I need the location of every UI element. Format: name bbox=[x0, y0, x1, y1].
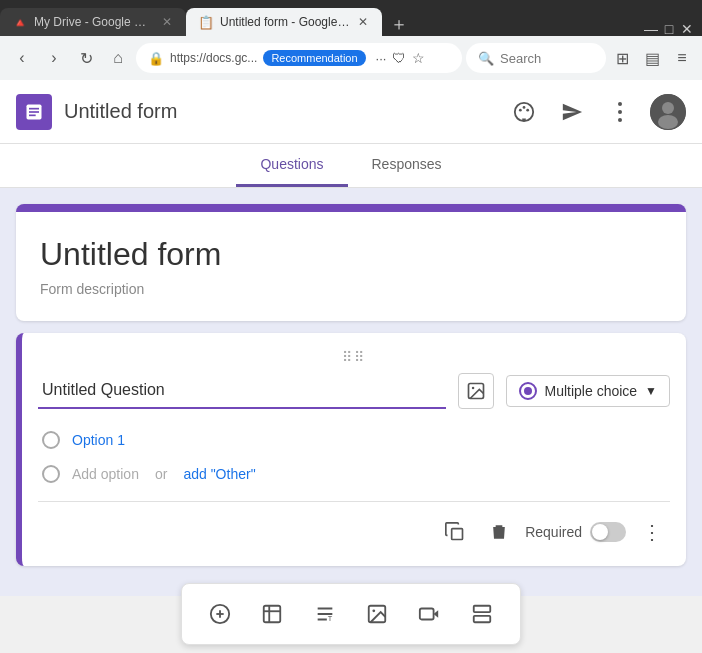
add-option-button[interactable]: Add option bbox=[72, 466, 139, 482]
tab-responses[interactable]: Responses bbox=[348, 144, 466, 187]
import-questions-button[interactable] bbox=[254, 596, 290, 632]
svg-point-5 bbox=[519, 108, 522, 111]
more-options-icon[interactable]: ≡ bbox=[670, 46, 694, 70]
star-icon[interactable]: ☆ bbox=[412, 50, 425, 66]
question-divider bbox=[38, 501, 670, 502]
minimize-button[interactable]: — bbox=[644, 22, 658, 36]
user-avatar[interactable] bbox=[650, 94, 686, 130]
svg-rect-1 bbox=[29, 107, 39, 109]
svg-point-8 bbox=[618, 102, 622, 106]
browser-toolbar-icons: ⊞ ▤ ≡ bbox=[610, 46, 694, 70]
palette-icon[interactable] bbox=[506, 94, 542, 130]
window-controls: — □ ✕ bbox=[636, 22, 702, 36]
svg-point-6 bbox=[523, 106, 526, 109]
add-question-button[interactable] bbox=[202, 596, 238, 632]
question-type-label: Multiple choice bbox=[545, 383, 638, 399]
required-label: Required bbox=[525, 524, 582, 540]
or-text: or bbox=[155, 466, 167, 482]
duplicate-question-button[interactable] bbox=[437, 514, 473, 550]
more-options-button[interactable]: ⋮ bbox=[634, 514, 670, 550]
tab-questions[interactable]: Questions bbox=[236, 144, 347, 187]
question-card: ⠿⠿ Multiple choice ▼ Option 1 A bbox=[16, 333, 686, 566]
multiple-choice-indicator bbox=[519, 382, 537, 400]
add-section-button[interactable] bbox=[464, 596, 500, 632]
new-tab-button[interactable]: ＋ bbox=[382, 12, 416, 36]
bottom-toolbar-container: T bbox=[0, 588, 702, 596]
tab-forms[interactable]: 📋 Untitled form - Google Forms ✕ bbox=[186, 8, 382, 36]
svg-rect-28 bbox=[474, 606, 491, 612]
header-actions bbox=[506, 94, 686, 130]
tab-forms-close[interactable]: ✕ bbox=[356, 13, 370, 31]
required-toggle[interactable] bbox=[590, 522, 626, 542]
search-bar[interactable]: 🔍 Search bbox=[466, 43, 606, 73]
close-button[interactable]: ✕ bbox=[680, 22, 694, 36]
svg-rect-20 bbox=[264, 606, 281, 623]
svg-point-25 bbox=[373, 609, 376, 612]
form-title-card: Untitled form Form description bbox=[16, 204, 686, 321]
add-image-button[interactable] bbox=[359, 596, 395, 632]
bottom-toolbar: T bbox=[181, 583, 521, 645]
form-tabs: Questions Responses bbox=[0, 144, 702, 188]
question-actions: Required ⋮ bbox=[38, 514, 670, 550]
url-bar[interactable]: 🔒 https://docs.gc... Recommendation ··· … bbox=[136, 43, 462, 73]
add-other-button[interactable]: add "Other" bbox=[183, 466, 255, 482]
svg-point-15 bbox=[471, 387, 474, 390]
tab-drive-close[interactable]: ✕ bbox=[160, 13, 174, 31]
more-vert-icon[interactable] bbox=[602, 94, 638, 130]
option-1-label[interactable]: Option 1 bbox=[72, 432, 125, 448]
forms-logo-icon bbox=[24, 102, 44, 122]
app-logo bbox=[16, 94, 52, 130]
svg-rect-16 bbox=[452, 529, 463, 540]
url-text: https://docs.gc... bbox=[170, 51, 257, 65]
back-button[interactable]: ‹ bbox=[8, 44, 36, 72]
svg-text:T: T bbox=[328, 614, 333, 623]
drive-icon: 🔺 bbox=[12, 15, 28, 30]
address-bar: ‹ › ↻ ⌂ 🔒 https://docs.gc... Recommendat… bbox=[0, 36, 702, 80]
shield-icon: 🛡 bbox=[392, 50, 406, 66]
add-image-to-question-button[interactable] bbox=[458, 373, 494, 409]
add-option-row: Add option or add "Other" bbox=[38, 459, 670, 489]
svg-rect-3 bbox=[29, 114, 36, 116]
send-icon[interactable] bbox=[554, 94, 590, 130]
option-1-radio[interactable] bbox=[42, 431, 60, 449]
app-title: Untitled form bbox=[64, 100, 506, 123]
add-video-button[interactable] bbox=[411, 596, 447, 632]
question-row: Multiple choice ▼ bbox=[38, 373, 670, 409]
sidebar-icon[interactable]: ▤ bbox=[640, 46, 664, 70]
recommendation-badge: Recommendation bbox=[263, 50, 365, 66]
browser-chrome: 🔺 My Drive - Google Drive ✕ 📋 Untitled f… bbox=[0, 0, 702, 80]
option-1-row: Option 1 bbox=[38, 425, 670, 455]
search-placeholder: Search bbox=[500, 51, 541, 66]
svg-point-4 bbox=[515, 102, 533, 120]
app-header: Untitled form bbox=[0, 80, 702, 144]
svg-point-12 bbox=[662, 102, 674, 114]
form-description[interactable]: Form description bbox=[40, 281, 662, 297]
svg-point-7 bbox=[526, 108, 529, 111]
question-title-input[interactable] bbox=[38, 373, 446, 409]
dropdown-chevron-icon: ▼ bbox=[645, 384, 657, 398]
maximize-button[interactable]: □ bbox=[662, 22, 676, 36]
delete-question-button[interactable] bbox=[481, 514, 517, 550]
extensions-icon[interactable]: ⊞ bbox=[610, 46, 634, 70]
add-option-radio bbox=[42, 465, 60, 483]
tab-drive-label: My Drive - Google Drive bbox=[34, 15, 154, 29]
svg-rect-2 bbox=[29, 111, 39, 113]
svg-point-10 bbox=[618, 118, 622, 122]
svg-point-9 bbox=[618, 110, 622, 114]
form-title[interactable]: Untitled form bbox=[40, 236, 662, 273]
question-type-selector[interactable]: Multiple choice ▼ bbox=[506, 375, 671, 407]
tab-drive[interactable]: 🔺 My Drive - Google Drive ✕ bbox=[0, 8, 186, 36]
tab-forms-label: Untitled form - Google Forms bbox=[220, 15, 350, 29]
main-content: Untitled form Form description ⠿⠿ Multip… bbox=[0, 188, 702, 588]
home-button[interactable]: ⌂ bbox=[104, 44, 132, 72]
toggle-knob bbox=[592, 524, 608, 540]
svg-point-13 bbox=[658, 115, 678, 129]
search-icon: 🔍 bbox=[478, 51, 494, 66]
reload-button[interactable]: ↻ bbox=[72, 44, 100, 72]
lock-icon: 🔒 bbox=[148, 51, 164, 66]
forward-button[interactable]: › bbox=[40, 44, 68, 72]
tab-bar: 🔺 My Drive - Google Drive ✕ 📋 Untitled f… bbox=[0, 0, 702, 36]
add-title-button[interactable]: T bbox=[307, 596, 343, 632]
drag-handle: ⠿⠿ bbox=[38, 349, 670, 365]
url-more-icon[interactable]: ··· bbox=[376, 51, 387, 66]
